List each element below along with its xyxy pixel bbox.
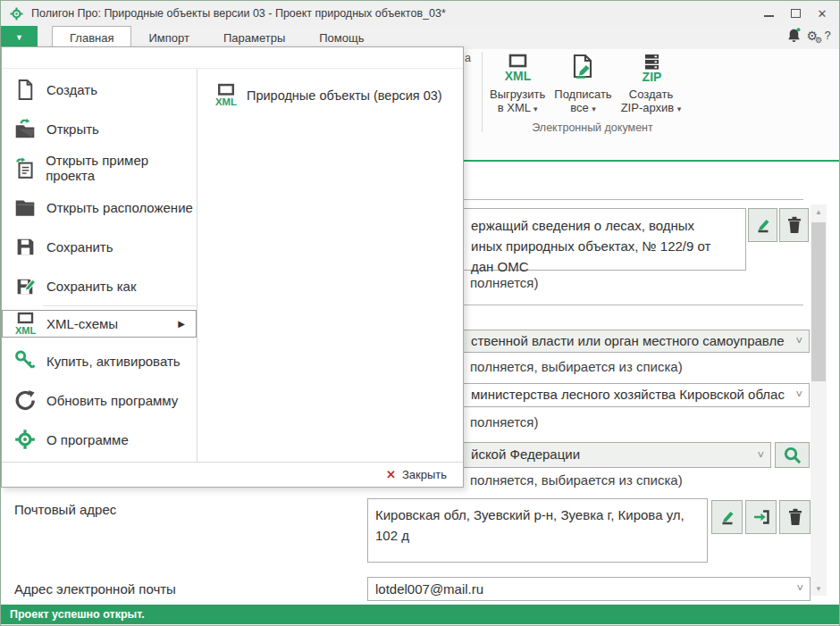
field-hint: полняется, выбирается из списка) <box>470 359 683 374</box>
ribbon-group-electronic-document: XML Выгрузить в XML ▾ Подписать все ▾ <box>485 51 700 134</box>
chevron-down-icon: ˅ <box>796 581 803 595</box>
title-bar: Полигон Про: Природные объекты версии 03… <box>1 1 839 26</box>
xml-file-icon: XML <box>13 312 38 336</box>
create-zip-button[interactable]: ZIP Создать ZIP-архив ▾ <box>617 51 686 116</box>
submenu-item-natural-objects[interactable]: XML Природные объекты (версия 03) <box>197 77 463 114</box>
menu-item-save-as[interactable]: Сохранить как <box>2 266 197 305</box>
insert-address-button[interactable] <box>745 500 777 534</box>
email-label: Адрес электронной почты <box>14 581 176 597</box>
xml-file-icon: XML <box>213 83 239 108</box>
menu-item-save[interactable]: Сохранить <box>2 227 197 266</box>
menu-item-create[interactable]: Создать <box>2 70 197 109</box>
svg-text:XML: XML <box>14 325 36 336</box>
open-folder-icon <box>13 117 38 140</box>
chevron-down-icon: ˅ <box>795 388 802 401</box>
settings-gear-icon[interactable]: ⚙⚙ <box>806 29 818 43</box>
arrow-into-box-icon <box>752 507 771 527</box>
menu-close-button[interactable]: ✕ Закрыть <box>381 465 452 484</box>
edit-button[interactable] <box>748 208 777 242</box>
save-icon <box>13 236 38 258</box>
menu-item-open-location[interactable]: Открыть расположение <box>2 188 197 227</box>
scroll-up-icon[interactable]: ▲ <box>811 204 827 219</box>
xml-file-icon: XML <box>501 54 533 84</box>
menu-item-open[interactable]: Открыть <box>2 109 197 148</box>
scroll-down-icon[interactable]: ▼ <box>811 581 827 596</box>
app-logo-icon <box>13 428 38 451</box>
folder-icon <box>13 196 38 219</box>
menu-group-divider <box>43 305 197 306</box>
maximize-button[interactable] <box>782 3 809 24</box>
sign-document-icon <box>567 54 598 84</box>
pencil-icon <box>718 507 737 527</box>
close-x-icon: ✕ <box>386 468 396 481</box>
svg-text:XML: XML <box>505 69 532 83</box>
menu-footer: ✕ Закрыть <box>2 462 463 487</box>
chevron-down-icon: ▾ <box>533 104 538 113</box>
clipped-ribbon-label: а <box>465 52 471 64</box>
app-logo-icon <box>9 6 24 21</box>
key-icon <box>13 349 38 372</box>
submenu-arrow-icon: ▶ <box>178 319 185 329</box>
email-combobox[interactable]: lotdel007@mail.ru ˅ <box>367 577 811 601</box>
minimize-button[interactable] <box>755 3 782 24</box>
trash-icon <box>785 507 805 527</box>
zip-archive-icon: ZIP <box>635 54 668 84</box>
postal-address-label: Почтовый адрес <box>14 502 116 517</box>
trash-icon <box>785 215 804 235</box>
menu-top-strip <box>2 47 463 69</box>
ribbon-group-title: Электронный документ <box>485 121 700 134</box>
chevron-down-icon: ▾ <box>677 104 682 113</box>
menu-item-open-sample[interactable]: Открыть пример проекта <box>2 148 197 188</box>
open-sample-project-icon <box>13 156 37 179</box>
vertical-scrollbar[interactable]: ▲ ▼ <box>811 204 827 596</box>
svg-text:ZIP: ZIP <box>642 70 661 84</box>
chevron-down-icon: ˅ <box>757 448 764 462</box>
refresh-icon <box>13 388 38 412</box>
field-hint: полняется) <box>470 414 538 430</box>
chevron-down-icon: ˅ <box>795 334 802 347</box>
status-message: Проект успешно открыт. <box>10 608 145 621</box>
file-menu-panel: Создать Открыть <box>1 46 464 488</box>
menu-item-update[interactable]: Обновить программу <box>2 380 197 420</box>
delete-button[interactable] <box>779 500 811 534</box>
field-hint: полняется) <box>470 275 538 290</box>
search-button[interactable] <box>775 442 810 468</box>
pencil-icon <box>753 215 773 235</box>
edit-button[interactable] <box>711 500 743 534</box>
scrollbar-thumb[interactable] <box>811 222 826 381</box>
delete-button[interactable] <box>779 208 809 242</box>
xml-schemes-submenu: XML Природные объекты (версия 03) <box>197 69 463 462</box>
menu-item-xml-schemes[interactable]: XML XML-схемы ▶ <box>2 310 197 338</box>
search-icon <box>782 445 802 465</box>
help-icon[interactable]: ? <box>821 29 834 42</box>
menu-item-list: Создать Открыть <box>2 69 197 462</box>
status-bar: Проект успешно открыт. <box>1 605 839 624</box>
app-window: Полигон Про: Природные объекты версии 03… <box>0 0 840 626</box>
window-title: Полигон Про: Природные объекты версии 03… <box>31 7 446 20</box>
new-file-icon <box>13 79 38 101</box>
field-hint: полняется, выбирается из списка) <box>470 472 683 488</box>
export-xml-button[interactable]: XML Выгрузить в XML ▾ <box>485 51 550 116</box>
menu-item-buy-activate[interactable]: Купить, активировать <box>2 341 197 380</box>
sign-all-button[interactable]: Подписать все ▾ <box>550 51 616 116</box>
ribbon-group-separator <box>482 52 483 132</box>
save-as-icon <box>13 275 38 297</box>
chevron-down-icon: ▼ <box>15 33 23 42</box>
svg-text:XML: XML <box>215 96 237 107</box>
chevron-down-icon: ▾ <box>592 104 596 113</box>
postal-address-textarea[interactable]: Кировская обл, Зуевский р-н, Зуевка г, К… <box>367 498 708 563</box>
menu-item-about[interactable]: О программе <box>2 420 197 459</box>
notifications-bell-icon[interactable] <box>785 27 802 44</box>
close-button[interactable]: ✕ <box>809 3 836 24</box>
